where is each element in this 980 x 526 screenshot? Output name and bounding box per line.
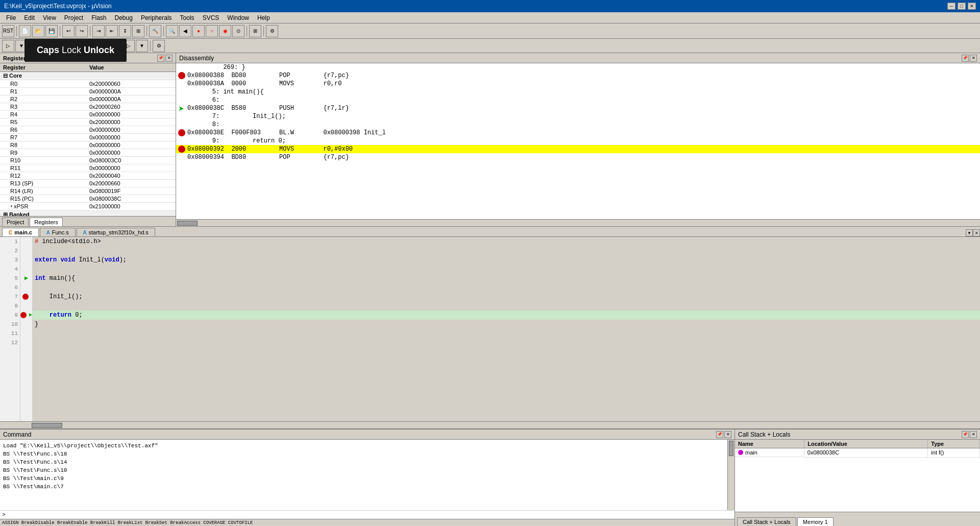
table-row: R70x00000000 [0, 134, 176, 141]
bp-icon-2 [178, 129, 185, 136]
tab-memory-1[interactable]: Memory 1 [797, 517, 834, 526]
menu-svcs[interactable]: SVCS [199, 13, 224, 22]
toolbar-rst-btn[interactable]: RST [2, 25, 14, 37]
disasm-asm-row: 0x0800038E F000F803 BL.W 0x08000398 Init… [176, 129, 980, 137]
registers-pin-btn[interactable]: 📌 [157, 55, 164, 62]
registers-close-btn[interactable]: ✕ [165, 55, 173, 62]
callstack-panel: Call Stack + Locals 📌 ✕ Name Location/Va… [735, 429, 980, 526]
restore-button[interactable]: □ [958, 3, 966, 10]
toolbar-bp-extra-btn[interactable]: ⊙ [232, 25, 244, 37]
toolbar-view-btn[interactable]: ⊞ [249, 25, 261, 37]
command-line-1: Load "E:\\Keil_v5\\project\\Objects\\Tes… [3, 442, 724, 450]
func-icon-main [738, 450, 743, 455]
toolbar-undo-btn[interactable]: ↩ [62, 25, 75, 37]
code-line-11 [33, 329, 980, 338]
command-line-5: BS \\Test\main.c\9 [3, 474, 724, 483]
tab-func-s-icon: A [46, 230, 50, 235]
toolbar-bp-clear-btn[interactable]: ○ [206, 25, 218, 37]
menu-peripherals[interactable]: Peripherals [137, 13, 176, 22]
menu-window[interactable]: Window [223, 13, 253, 22]
reg-group-banked[interactable]: ⊞ Banked [0, 210, 176, 216]
command-pin-btn[interactable]: 📌 [716, 431, 723, 438]
callstack-pin-btn[interactable]: 📌 [962, 431, 969, 438]
menu-view[interactable]: View [39, 13, 60, 22]
command-input[interactable] [8, 512, 732, 518]
callstack-controls: 📌 ✕ [962, 431, 977, 438]
gutter-1 [20, 237, 32, 246]
menu-file[interactable]: File [2, 13, 20, 22]
minimize-button[interactable]: ─ [947, 3, 955, 10]
command-h-scrollbar[interactable]: ASSIGN BreakDisable BreakEnable BreakKil… [0, 519, 734, 526]
toolbar-new-btn[interactable]: 📄 [19, 25, 31, 37]
code-lines[interactable]: # include<stdio.h> extern void Init_l(vo… [33, 237, 980, 421]
core-expand-icon[interactable]: ⊟ [3, 73, 8, 79]
code-line-8 [33, 301, 980, 310]
callstack-close-btn[interactable]: ✕ [970, 431, 977, 438]
tab-func-s[interactable]: A Func.s [40, 228, 76, 236]
caps-lock-notification: Caps Lock Unlock [24, 39, 127, 62]
toolbar-outdent-btn[interactable]: ⇤ [106, 25, 118, 37]
tab-call-stack-locals[interactable]: Call Stack + Locals [737, 517, 796, 526]
toolbar2-dropdown5[interactable]: ▼ [136, 40, 148, 52]
toolbar-open-btn[interactable]: 📂 [32, 25, 44, 37]
code-line-4 [33, 265, 980, 274]
toolbar-expand-btn[interactable]: ⊞ [132, 25, 144, 37]
tab-project[interactable]: Project [2, 218, 29, 226]
table-row: R13 (SP)0x20000660 [0, 180, 176, 187]
title-bar: E:\Keil_v5\project\Test.uvprojx - µVisio… [0, 0, 980, 12]
reg-group-core[interactable]: ⊟ Core [0, 72, 176, 80]
gutter-12 [20, 338, 32, 347]
toolbar-sep-3 [90, 26, 90, 36]
code-pin-btn[interactable]: ▼ [966, 229, 973, 236]
disasm-pin-btn[interactable]: 📌 [962, 55, 969, 62]
disasm-source-row: 269: } [176, 63, 980, 71]
disasm-source-row: 7: Init_l(); [176, 112, 980, 121]
disasm-close-btn[interactable]: ✕ [970, 55, 977, 62]
tab-main-c[interactable]: C main.c [2, 228, 39, 236]
toolbar-redo-btn[interactable]: ↪ [76, 25, 88, 37]
tab-registers[interactable]: Registers [30, 218, 62, 226]
toolbar-save-btn[interactable]: 💾 [45, 25, 58, 37]
table-row: R90x00000000 [0, 149, 176, 157]
toolbar-sep-1 [16, 26, 17, 36]
menu-help[interactable]: Help [253, 13, 274, 22]
menu-flash[interactable]: Flash [87, 13, 110, 22]
code-scrollbar-thumb[interactable] [32, 423, 62, 428]
toolbar-settings-btn[interactable]: ⚙ [266, 25, 278, 37]
command-scrollbar-thumb[interactable] [729, 441, 733, 456]
toolbar-indent-btn[interactable]: ⇥ [92, 25, 105, 37]
toolbar-bp-all-btn[interactable]: ◉ [219, 25, 231, 37]
disasm-asm-row-current: ➤ 0x0800038C B580 PUSH {r7,lr} [176, 104, 980, 112]
code-close-btn[interactable]: ✕ [973, 229, 980, 236]
toolbar-breakpoint-btn[interactable]: ● [192, 25, 205, 37]
toolbar-find-btn[interactable]: 🔍 [166, 25, 178, 37]
code-editor-content: 1 2 3 4 5 6 7 8 9 10 11 12 [0, 237, 980, 421]
menu-debug[interactable]: Debug [111, 13, 137, 22]
toolbar-nav-back[interactable]: ◀ [179, 25, 191, 37]
menu-edit[interactable]: Edit [20, 13, 39, 22]
command-scrollbar[interactable] [727, 440, 734, 510]
disasm-h-scrollbar[interactable] [176, 219, 980, 226]
tab-main-c-icon: C [9, 230, 12, 235]
line-num-10: 10 [0, 320, 20, 329]
toolbar2-config-btn[interactable]: ⚙ [153, 40, 165, 52]
toolbar2-btn1[interactable]: ▷ [2, 40, 14, 52]
toolbar-1: Caps Lock Unlock RST 📄 📂 💾 ↩ ↪ ⇥ ⇤ ⇕ ⊞ 🔨… [0, 23, 980, 39]
toolbar-toggle-btn[interactable]: ⇕ [119, 25, 131, 37]
close-button[interactable]: ✕ [968, 3, 976, 10]
line-num-4: 4 [0, 265, 20, 274]
callstack-row-main: main 0x0800038C int f() [735, 448, 980, 458]
banked-expand-icon[interactable]: ⊞ [3, 211, 8, 217]
toolbar-build-btn[interactable]: 🔨 [149, 25, 161, 37]
command-close-btn[interactable]: ✕ [724, 431, 731, 438]
bp-icon-1 [178, 72, 185, 79]
disassembly-content[interactable]: 269: } 0x08000388 BD80 POP {r7,pc} 0x080… [176, 63, 980, 219]
callstack-title: Call Stack + Locals [738, 431, 790, 438]
disassembly-title: Disassembly [179, 55, 214, 62]
menu-project[interactable]: Project [60, 13, 87, 22]
code-h-scrollbar[interactable] [0, 421, 980, 428]
menu-tools[interactable]: Tools [176, 13, 199, 22]
bottom-tabs: Call Stack + Locals Memory 1 [735, 512, 980, 526]
tab-startup-s[interactable]: A startup_stm32f10x_hd.s [77, 228, 155, 236]
disasm-scrollbar-thumb[interactable] [177, 221, 198, 226]
